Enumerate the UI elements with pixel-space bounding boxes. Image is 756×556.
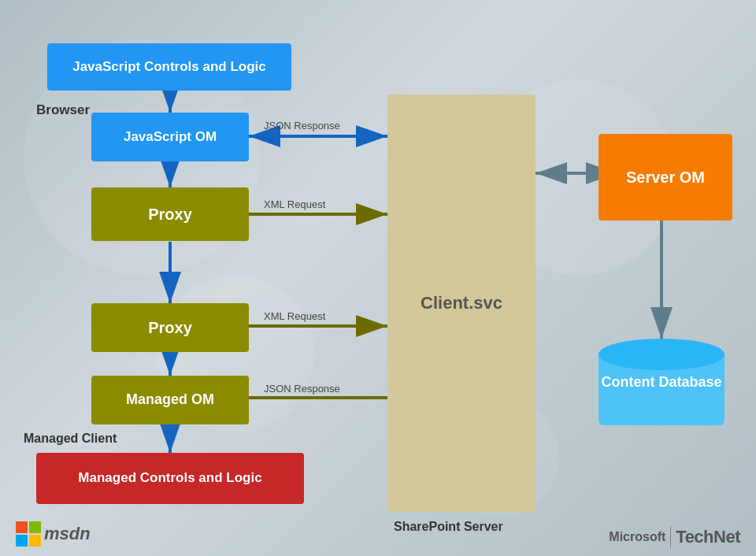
msdn-text: msdn bbox=[44, 524, 91, 544]
msdn-squares-icon bbox=[16, 521, 41, 547]
sharepoint-server-label: SharePoint Server bbox=[394, 520, 503, 534]
technet-text: TechNet bbox=[676, 527, 740, 547]
proxy1-box: Proxy bbox=[91, 187, 249, 241]
xml-request-2-label: XML Request bbox=[264, 310, 325, 322]
managed-controls-box: Managed Controls and Logic bbox=[36, 453, 304, 504]
cylinder-label: Content Database bbox=[598, 374, 724, 391]
footer-msdn: msdn bbox=[16, 521, 91, 547]
xml-request-1-label: XML Request bbox=[264, 198, 325, 210]
proxy2-box: Proxy bbox=[91, 303, 249, 352]
footer-technet: Microsoft TechNet bbox=[609, 526, 740, 548]
diagram-container: JavaScript Controls and Logic Browser JS… bbox=[0, 0, 756, 556]
microsoft-text: Microsoft bbox=[609, 530, 665, 544]
js-om-box: JavaScript OM bbox=[91, 113, 249, 161]
js-controls-box: JavaScript Controls and Logic bbox=[47, 43, 291, 91]
content-database: Content Database bbox=[598, 339, 724, 425]
client-svc-box: Client.svc bbox=[387, 95, 536, 512]
managed-om-box: Managed OM bbox=[91, 376, 249, 424]
json-response-1-label: JSON Response bbox=[264, 120, 340, 132]
footer-divider bbox=[670, 526, 671, 548]
server-om-box: Server OM bbox=[598, 134, 732, 221]
managed-client-label: Managed Client bbox=[24, 432, 117, 446]
json-response-2-label: JSON Response bbox=[264, 383, 340, 395]
browser-label: Browser bbox=[36, 102, 90, 118]
